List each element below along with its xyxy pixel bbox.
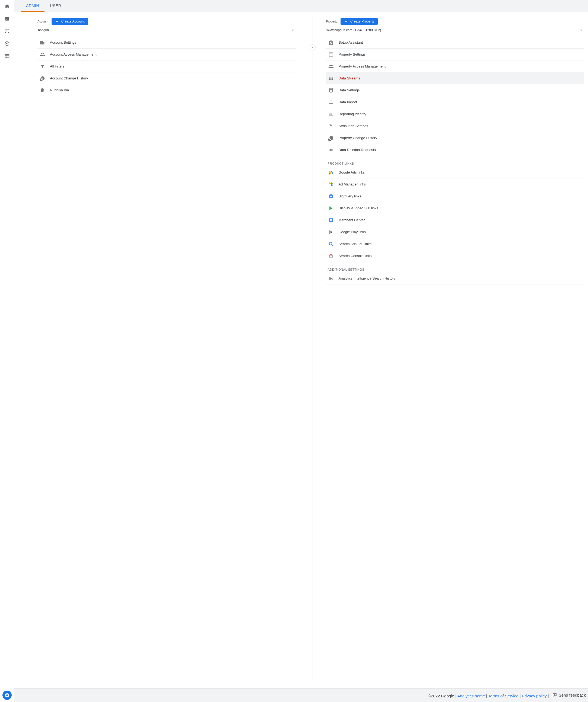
- streams-icon: [328, 76, 334, 81]
- item-ad-manager[interactable]: Ad Manager links: [326, 179, 584, 190]
- item-label: Property Change History: [338, 136, 377, 140]
- item-label: Display & Video 360 links: [338, 206, 378, 210]
- people-icon: [328, 64, 334, 69]
- item-property-settings[interactable]: Property Settings: [326, 48, 584, 61]
- footer: ©2022 Google | Analytics home | Terms of…: [14, 688, 588, 702]
- column-arrow-icon[interactable]: [310, 44, 315, 50]
- layout-icon: [328, 52, 334, 57]
- advertising-icon[interactable]: [4, 40, 10, 47]
- item-account-access[interactable]: Account Access Management: [37, 48, 296, 61]
- ad-manager-icon: [328, 182, 334, 187]
- item-label: Account Change History: [50, 76, 88, 80]
- item-account-history[interactable]: Account Change History: [37, 73, 296, 84]
- item-label: Rubbish Bin: [50, 88, 69, 92]
- building-icon: [39, 40, 45, 45]
- item-setup-assistant[interactable]: Setup Assistant: [326, 37, 584, 48]
- bigquery-icon: [328, 194, 334, 199]
- feedback-icon: [552, 693, 557, 697]
- item-label: Merchant Center: [338, 218, 365, 222]
- dv360-icon: [328, 206, 334, 211]
- plus-icon: [55, 19, 59, 24]
- item-all-filters[interactable]: All Filters: [37, 61, 296, 73]
- admin-gear-icon[interactable]: [2, 691, 12, 700]
- explore-icon[interactable]: [4, 28, 10, 34]
- identity-icon: [328, 111, 334, 117]
- item-search-ads[interactable]: Search Ads 360 links: [326, 238, 584, 250]
- item-reporting-identity[interactable]: Reporting Identity: [326, 108, 584, 120]
- footer-analytics-home[interactable]: Analytics home: [457, 694, 485, 698]
- item-label: Setup Assistant: [338, 40, 363, 44]
- people-icon: [39, 52, 45, 57]
- item-account-settings[interactable]: Account Settings: [37, 37, 296, 48]
- left-sidebar: [0, 0, 14, 702]
- property-selected: www.bopgun.com - GA4 (312809702): [327, 28, 381, 32]
- create-property-button[interactable]: Create Property: [340, 18, 378, 25]
- item-label: Ad Manager links: [338, 182, 366, 186]
- item-search-console[interactable]: Search Console links: [326, 250, 584, 262]
- item-label: Data Deletion Requests: [338, 148, 376, 152]
- search-console-icon: [328, 253, 334, 259]
- upload-icon: [328, 100, 334, 105]
- plus-icon: [344, 19, 348, 24]
- tab-user[interactable]: USER: [44, 0, 67, 12]
- footer-feedback[interactable]: Send feedback: [552, 693, 586, 697]
- item-dv360[interactable]: Display & Video 360 links: [326, 202, 584, 214]
- item-label: BigQuery links: [338, 194, 362, 198]
- item-label: Data Import: [338, 100, 357, 104]
- account-items: Account SettingsAccount Access Managemen…: [37, 37, 296, 96]
- item-merchant-center[interactable]: Merchant Center: [326, 214, 584, 226]
- item-analytics-intel[interactable]: Analytics Intelligence Search History: [326, 272, 584, 284]
- item-property-history[interactable]: Property Change History: [326, 132, 584, 144]
- item-label: Account Settings: [50, 40, 77, 44]
- tab-admin[interactable]: ADMIN: [21, 0, 44, 12]
- item-rubbish-bin[interactable]: Rubbish Bin: [37, 84, 296, 96]
- additional-settings-heading: ADDITIONAL SETTINGS: [328, 268, 584, 271]
- item-google-play[interactable]: Google Play links: [326, 226, 584, 238]
- footer-terms[interactable]: Terms of Service: [488, 694, 518, 698]
- item-label: Property Settings: [338, 52, 366, 56]
- search-ads-icon: [328, 241, 334, 247]
- item-label: All Filters: [50, 64, 64, 68]
- property-column: Property Create Property www.bopgun.com …: [313, 18, 588, 680]
- item-label: Analytics Intelligence Search History: [338, 276, 396, 280]
- product-links-heading: PRODUCT LINKS: [328, 162, 584, 165]
- account-column: Account Create Account bopgun Account Se…: [14, 18, 313, 680]
- filter-icon: [39, 64, 45, 69]
- account-label: Account: [37, 20, 48, 23]
- item-label: Account Access Management: [50, 52, 96, 56]
- account-selector[interactable]: bopgun: [37, 28, 296, 34]
- property-items: Setup AssistantProperty SettingsProperty…: [326, 37, 584, 156]
- item-data-deletion[interactable]: Data Deletion Requests: [326, 144, 584, 156]
- create-account-button[interactable]: Create Account: [52, 18, 88, 25]
- item-label: Attribution Settings: [338, 124, 368, 128]
- item-data-settings[interactable]: Data Settings: [326, 84, 584, 96]
- item-data-streams[interactable]: Data Streams: [326, 73, 584, 84]
- item-label: Reporting Identity: [338, 112, 366, 116]
- footer-copyright: ©2022 Google: [428, 694, 454, 698]
- property-label: Property: [326, 20, 337, 23]
- intel-icon: [328, 276, 334, 281]
- footer-privacy[interactable]: Privacy policy: [522, 694, 547, 698]
- home-icon[interactable]: [4, 3, 10, 9]
- item-label: Search Console links: [338, 254, 372, 258]
- configure-icon[interactable]: [4, 53, 10, 60]
- item-bigquery[interactable]: BigQuery links: [326, 190, 584, 202]
- item-google-ads[interactable]: Google Ads links: [326, 166, 584, 179]
- item-label: Google Ads links: [338, 170, 365, 174]
- item-attribution-settings[interactable]: Attribution Settings: [326, 120, 584, 132]
- additional-settings: Analytics Intelligence Search History: [326, 272, 584, 284]
- account-selected: bopgun: [38, 28, 49, 32]
- clipboard-check-icon: [328, 40, 334, 45]
- merchant-icon: [328, 218, 334, 223]
- item-property-access[interactable]: Property Access Management: [326, 61, 584, 73]
- reports-icon[interactable]: [4, 15, 10, 22]
- property-selector[interactable]: www.bopgun.com - GA4 (312809702): [326, 28, 584, 34]
- item-label: Property Access Management: [338, 64, 386, 68]
- item-data-import[interactable]: Data Import: [326, 96, 584, 108]
- google-ads-icon: [328, 170, 334, 175]
- trash-icon: [39, 88, 45, 93]
- tabs: ADMIN USER: [14, 0, 588, 12]
- attribution-icon: [328, 123, 334, 129]
- play-icon: [328, 229, 334, 235]
- database-icon: [328, 88, 334, 93]
